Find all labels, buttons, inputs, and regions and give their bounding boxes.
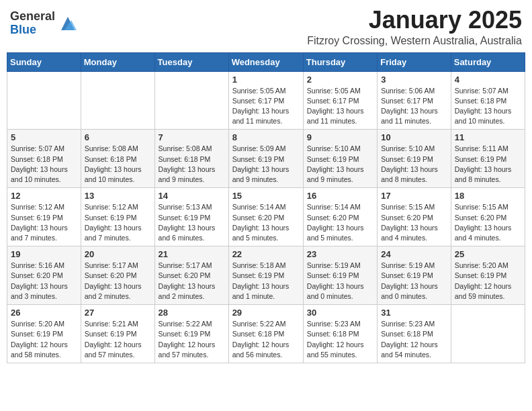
day-info: Sunrise: 5:07 AM Sunset: 6:18 PM Dayligh…	[11, 144, 77, 185]
day-info: Sunrise: 5:08 AM Sunset: 6:18 PM Dayligh…	[85, 144, 151, 185]
weekday-header-tuesday: Tuesday	[154, 52, 228, 71]
day-info: Sunrise: 5:22 AM Sunset: 6:18 PM Dayligh…	[232, 319, 300, 360]
calendar-cell: 14Sunrise: 5:13 AM Sunset: 6:19 PM Dayli…	[154, 188, 228, 246]
day-info: Sunrise: 5:14 AM Sunset: 6:20 PM Dayligh…	[232, 202, 300, 243]
day-number: 22	[232, 249, 300, 259]
day-info: Sunrise: 5:22 AM Sunset: 6:19 PM Dayligh…	[159, 319, 225, 360]
day-number: 30	[307, 308, 373, 318]
calendar-cell: 30Sunrise: 5:23 AM Sunset: 6:18 PM Dayli…	[303, 305, 377, 363]
day-number: 14	[159, 191, 225, 201]
calendar-week-3: 12Sunrise: 5:12 AM Sunset: 6:19 PM Dayli…	[7, 188, 525, 246]
day-number: 26	[11, 308, 77, 318]
calendar-cell: 9Sunrise: 5:10 AM Sunset: 6:19 PM Daylig…	[303, 130, 377, 188]
day-info: Sunrise: 5:20 AM Sunset: 6:19 PM Dayligh…	[455, 261, 521, 302]
weekday-header-monday: Monday	[81, 52, 154, 71]
day-info: Sunrise: 5:16 AM Sunset: 6:20 PM Dayligh…	[11, 261, 77, 302]
calendar-cell: 17Sunrise: 5:15 AM Sunset: 6:20 PM Dayli…	[378, 188, 451, 246]
day-info: Sunrise: 5:06 AM Sunset: 6:17 PM Dayligh…	[381, 86, 447, 127]
weekday-header-wednesday: Wednesday	[228, 52, 303, 71]
day-info: Sunrise: 5:12 AM Sunset: 6:19 PM Dayligh…	[85, 202, 151, 243]
month-title: January 2025	[307, 7, 522, 34]
day-info: Sunrise: 5:10 AM Sunset: 6:19 PM Dayligh…	[307, 144, 373, 185]
calendar-cell: 26Sunrise: 5:20 AM Sunset: 6:19 PM Dayli…	[7, 305, 81, 363]
calendar-cell: 3Sunrise: 5:06 AM Sunset: 6:17 PM Daylig…	[378, 71, 451, 130]
calendar-table: SundayMondayTuesdayWednesdayThursdayFrid…	[7, 52, 525, 363]
day-info: Sunrise: 5:09 AM Sunset: 6:19 PM Dayligh…	[232, 144, 300, 185]
day-number: 2	[307, 75, 373, 85]
calendar-week-1: 1Sunrise: 5:05 AM Sunset: 6:17 PM Daylig…	[7, 71, 525, 130]
weekday-header-friday: Friday	[378, 52, 451, 71]
day-info: Sunrise: 5:23 AM Sunset: 6:18 PM Dayligh…	[381, 319, 447, 360]
calendar-week-2: 5Sunrise: 5:07 AM Sunset: 6:18 PM Daylig…	[7, 130, 525, 188]
logo-general-text: General	[10, 10, 55, 24]
calendar-cell: 4Sunrise: 5:07 AM Sunset: 6:18 PM Daylig…	[451, 71, 525, 130]
day-number: 13	[85, 191, 151, 201]
calendar-cell: 24Sunrise: 5:19 AM Sunset: 6:19 PM Dayli…	[378, 246, 451, 305]
calendar-cell: 16Sunrise: 5:14 AM Sunset: 6:20 PM Dayli…	[303, 188, 377, 246]
calendar-cell: 6Sunrise: 5:08 AM Sunset: 6:18 PM Daylig…	[81, 130, 154, 188]
calendar-cell: 31Sunrise: 5:23 AM Sunset: 6:18 PM Dayli…	[378, 305, 451, 363]
day-info: Sunrise: 5:05 AM Sunset: 6:17 PM Dayligh…	[307, 86, 373, 127]
logo-icon	[58, 13, 78, 34]
day-number: 6	[85, 132, 151, 142]
calendar-cell	[7, 71, 81, 130]
logo: General Blue	[10, 10, 78, 37]
calendar-cell: 1Sunrise: 5:05 AM Sunset: 6:17 PM Daylig…	[228, 71, 303, 130]
day-info: Sunrise: 5:13 AM Sunset: 6:19 PM Dayligh…	[159, 202, 225, 243]
day-info: Sunrise: 5:17 AM Sunset: 6:20 PM Dayligh…	[85, 261, 151, 302]
day-info: Sunrise: 5:21 AM Sunset: 6:19 PM Dayligh…	[85, 319, 151, 360]
calendar-cell: 20Sunrise: 5:17 AM Sunset: 6:20 PM Dayli…	[81, 246, 154, 305]
calendar-cell: 15Sunrise: 5:14 AM Sunset: 6:20 PM Dayli…	[228, 188, 303, 246]
day-number: 11	[455, 132, 521, 142]
day-info: Sunrise: 5:12 AM Sunset: 6:19 PM Dayligh…	[11, 202, 77, 243]
day-number: 1	[232, 75, 300, 85]
calendar-cell	[451, 305, 525, 363]
calendar-cell: 18Sunrise: 5:15 AM Sunset: 6:20 PM Dayli…	[451, 188, 525, 246]
day-number: 23	[307, 249, 373, 259]
day-number: 24	[381, 249, 447, 259]
calendar-cell: 12Sunrise: 5:12 AM Sunset: 6:19 PM Dayli…	[7, 188, 81, 246]
calendar-cell: 2Sunrise: 5:05 AM Sunset: 6:17 PM Daylig…	[303, 71, 377, 130]
day-number: 29	[232, 308, 300, 318]
calendar-cell: 23Sunrise: 5:19 AM Sunset: 6:19 PM Dayli…	[303, 246, 377, 305]
day-number: 12	[11, 191, 77, 201]
day-number: 31	[381, 308, 447, 318]
day-number: 8	[232, 132, 300, 142]
day-number: 20	[85, 249, 151, 259]
page-header: General Blue January 2025 Fitzroy Crossi…	[7, 7, 525, 47]
day-number: 15	[232, 191, 300, 201]
day-info: Sunrise: 5:18 AM Sunset: 6:19 PM Dayligh…	[232, 261, 300, 302]
day-number: 17	[381, 191, 447, 201]
day-number: 4	[455, 75, 521, 85]
day-info: Sunrise: 5:19 AM Sunset: 6:19 PM Dayligh…	[381, 261, 447, 302]
day-info: Sunrise: 5:19 AM Sunset: 6:19 PM Dayligh…	[307, 261, 373, 302]
calendar-cell: 22Sunrise: 5:18 AM Sunset: 6:19 PM Dayli…	[228, 246, 303, 305]
day-number: 7	[159, 132, 225, 142]
day-number: 21	[159, 249, 225, 259]
calendar-cell: 28Sunrise: 5:22 AM Sunset: 6:19 PM Dayli…	[154, 305, 228, 363]
weekday-header-saturday: Saturday	[451, 52, 525, 71]
calendar-cell	[81, 71, 154, 130]
day-info: Sunrise: 5:11 AM Sunset: 6:19 PM Dayligh…	[455, 144, 521, 185]
day-info: Sunrise: 5:20 AM Sunset: 6:19 PM Dayligh…	[11, 319, 77, 360]
day-info: Sunrise: 5:10 AM Sunset: 6:19 PM Dayligh…	[381, 144, 447, 185]
calendar-cell: 5Sunrise: 5:07 AM Sunset: 6:18 PM Daylig…	[7, 130, 81, 188]
day-info: Sunrise: 5:17 AM Sunset: 6:20 PM Dayligh…	[159, 261, 225, 302]
calendar-cell: 21Sunrise: 5:17 AM Sunset: 6:20 PM Dayli…	[154, 246, 228, 305]
day-number: 9	[307, 132, 373, 142]
weekday-header-sunday: Sunday	[7, 52, 81, 71]
calendar-cell: 10Sunrise: 5:10 AM Sunset: 6:19 PM Dayli…	[378, 130, 451, 188]
calendar-cell: 25Sunrise: 5:20 AM Sunset: 6:19 PM Dayli…	[451, 246, 525, 305]
day-number: 19	[11, 249, 77, 259]
day-info: Sunrise: 5:08 AM Sunset: 6:18 PM Dayligh…	[159, 144, 225, 185]
calendar-cell	[154, 71, 228, 130]
calendar-cell: 19Sunrise: 5:16 AM Sunset: 6:20 PM Dayli…	[7, 246, 81, 305]
day-info: Sunrise: 5:23 AM Sunset: 6:18 PM Dayligh…	[307, 319, 373, 360]
day-info: Sunrise: 5:14 AM Sunset: 6:20 PM Dayligh…	[307, 202, 373, 243]
calendar-cell: 13Sunrise: 5:12 AM Sunset: 6:19 PM Dayli…	[81, 188, 154, 246]
day-number: 16	[307, 191, 373, 201]
logo-blue-text: Blue	[10, 24, 55, 37]
weekday-header-thursday: Thursday	[303, 52, 377, 71]
day-number: 18	[455, 191, 521, 201]
day-info: Sunrise: 5:15 AM Sunset: 6:20 PM Dayligh…	[381, 202, 447, 243]
